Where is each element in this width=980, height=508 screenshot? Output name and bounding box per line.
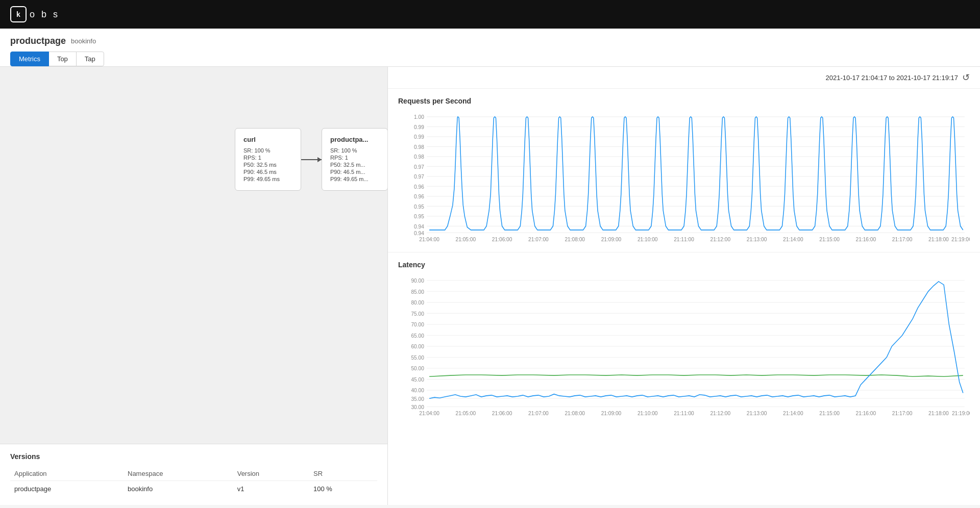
svg-text:0.99: 0.99	[414, 134, 424, 140]
versions-title: Versions	[10, 452, 377, 461]
svg-text:21:17:00: 21:17:00	[892, 410, 913, 416]
app-header: k o b s	[0, 0, 980, 29]
svg-text:0.99: 0.99	[414, 123, 424, 130]
page-header: productpage bookinfo Metrics Top Tap	[0, 29, 980, 67]
svg-text:0.94: 0.94	[414, 223, 424, 229]
svg-text:60.00: 60.00	[411, 344, 424, 349]
svg-text:21:06:00: 21:06:00	[492, 410, 512, 416]
tab-metrics[interactable]: Metrics	[10, 52, 49, 66]
tab-top[interactable]: Top	[48, 52, 77, 66]
svg-text:21:07:00: 21:07:00	[528, 410, 549, 416]
latency-chart-section: Latency	[388, 252, 980, 426]
rps-chart-container: 1.00 0.99 0.99 0.98 0.98 0.97 0.97 0.96 …	[398, 111, 970, 244]
col-version: Version	[233, 467, 309, 481]
cell-version: v1	[233, 481, 309, 497]
rps-line	[429, 117, 963, 230]
productpage-p99: P99: 49.65 m...	[330, 176, 379, 182]
productpage-node: productpa... SR: 100 % RPS: 1 P50: 32.5 …	[322, 128, 388, 191]
svg-text:21:06:00: 21:06:00	[492, 236, 512, 242]
productpage-rps: RPS: 1	[330, 155, 379, 161]
svg-text:21:18:00: 21:18:00	[928, 410, 949, 416]
svg-text:21:12:00: 21:12:00	[710, 410, 730, 416]
svg-text:21:09:00: 21:09:00	[601, 236, 622, 242]
svg-text:80.00: 80.00	[411, 300, 424, 306]
svg-text:21:13:00: 21:13:00	[747, 410, 767, 416]
svg-text:21:07:00: 21:07:00	[528, 236, 549, 242]
svg-text:30.00: 30.00	[411, 404, 424, 410]
refresh-button[interactable]: ↺	[962, 72, 970, 83]
versions-table: Application Namespace Version SR product…	[10, 467, 377, 497]
svg-text:0.95: 0.95	[414, 203, 424, 209]
latency-chart-container: 90.00 85.00 80.00 75.00 70.00 65.00 60.0…	[398, 275, 970, 418]
rps-chart-svg: 1.00 0.99 0.99 0.98 0.98 0.97 0.97 0.96 …	[398, 111, 970, 244]
col-namespace: Namespace	[124, 467, 233, 481]
svg-text:50.00: 50.00	[411, 366, 424, 371]
svg-text:21:19:00: 21:19:00	[952, 410, 970, 416]
logo: k o b s	[10, 6, 60, 22]
service-graph: curl SR: 100 % RPS: 1 P50: 32.5 ms P90: …	[235, 128, 388, 191]
svg-text:55.00: 55.00	[411, 355, 424, 361]
svg-text:21:14:00: 21:14:00	[783, 236, 803, 242]
svg-text:1.00: 1.00	[414, 114, 424, 120]
svg-text:65.00: 65.00	[411, 333, 424, 339]
logo-k-icon: k	[10, 6, 27, 22]
table-row: productpage bookinfo v1 100 %	[10, 481, 377, 497]
cell-application: productpage	[10, 481, 124, 497]
cell-namespace: bookinfo	[124, 481, 233, 497]
col-sr: SR	[309, 467, 377, 481]
productpage-p50: P50: 32.5 m...	[330, 162, 379, 168]
svg-text:90.00: 90.00	[411, 278, 424, 284]
logo-text: o b s	[30, 9, 60, 20]
svg-text:0.96: 0.96	[414, 183, 424, 189]
svg-text:40.00: 40.00	[411, 388, 424, 393]
productpage-p90: P90: 46.5 m...	[330, 169, 379, 175]
latency-line-blue	[429, 282, 963, 398]
svg-text:21:17:00: 21:17:00	[892, 236, 913, 242]
tab-tap[interactable]: Tap	[76, 52, 104, 66]
curl-node-title: curl	[243, 136, 292, 143]
page-namespace: bookinfo	[71, 37, 96, 45]
versions-section: Versions Application Namespace Version S…	[0, 444, 387, 505]
svg-text:0.95: 0.95	[414, 213, 424, 219]
svg-text:21:16:00: 21:16:00	[856, 236, 876, 242]
right-panel: 2021-10-17 21:04:17 to 2021-10-17 21:19:…	[388, 67, 980, 505]
graph-arrow	[301, 159, 322, 160]
svg-text:0.97: 0.97	[414, 163, 424, 169]
svg-text:21:04:00: 21:04:00	[419, 236, 439, 242]
svg-text:0.97: 0.97	[414, 173, 424, 180]
svg-text:0.98: 0.98	[414, 154, 424, 160]
curl-p50: P50: 32.5 ms	[243, 162, 292, 168]
svg-text:21:08:00: 21:08:00	[565, 236, 585, 242]
productpage-sr: SR: 100 %	[330, 147, 379, 154]
svg-text:75.00: 75.00	[411, 311, 424, 316]
svg-text:21:04:00: 21:04:00	[419, 410, 439, 416]
latency-line-green	[429, 375, 963, 376]
svg-text:21:10:00: 21:10:00	[638, 236, 658, 242]
curl-p90: P90: 46.5 ms	[243, 169, 292, 175]
svg-text:0.94: 0.94	[414, 230, 424, 236]
rps-chart-section: Requests per Second	[388, 89, 980, 252]
col-application: Application	[10, 467, 124, 481]
svg-text:21:11:00: 21:11:00	[674, 236, 694, 242]
svg-text:21:18:00: 21:18:00	[928, 236, 949, 242]
svg-text:21:16:00: 21:16:00	[856, 410, 876, 416]
rps-chart-title: Requests per Second	[398, 97, 970, 105]
curl-node: curl SR: 100 % RPS: 1 P50: 32.5 ms P90: …	[235, 128, 301, 191]
left-panel: curl SR: 100 % RPS: 1 P50: 32.5 ms P90: …	[0, 67, 388, 505]
latency-chart-svg: 90.00 85.00 80.00 75.00 70.00 65.00 60.0…	[398, 275, 970, 418]
title-row: productpage bookinfo	[10, 36, 970, 46]
svg-text:21:11:00: 21:11:00	[674, 410, 694, 416]
svg-text:45.00: 45.00	[411, 377, 424, 383]
svg-text:21:12:00: 21:12:00	[710, 236, 730, 242]
svg-text:85.00: 85.00	[411, 289, 424, 294]
svg-text:0.96: 0.96	[414, 193, 424, 199]
svg-text:21:08:00: 21:08:00	[565, 410, 585, 416]
cell-sr: 100 %	[309, 481, 377, 497]
tabs-row: Metrics Top Tap	[10, 52, 970, 66]
svg-text:21:05:00: 21:05:00	[456, 410, 476, 416]
svg-text:21:14:00: 21:14:00	[783, 410, 803, 416]
svg-text:0.98: 0.98	[414, 143, 424, 149]
main-layout: curl SR: 100 % RPS: 1 P50: 32.5 ms P90: …	[0, 67, 980, 505]
svg-text:70.00: 70.00	[411, 322, 424, 327]
curl-p99: P99: 49.65 ms	[243, 176, 292, 182]
